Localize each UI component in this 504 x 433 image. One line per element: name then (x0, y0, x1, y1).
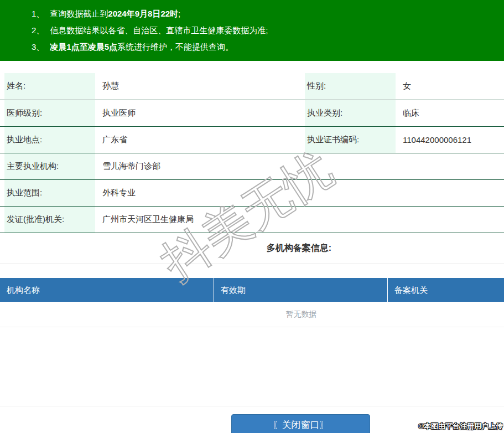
multi-institution-section-title: 多机构备案信息: (94, 233, 504, 264)
notice-text: 查询数据截止到 (50, 9, 108, 18)
table-row: 主要执业机构: 雪儿海蒂门诊部 (0, 153, 504, 179)
field-label: 姓名: (4, 73, 95, 99)
notice-number: 3、 (32, 42, 44, 51)
table-row: 执业地点: 广东省 执业证书编码: 110442000006121 (0, 126, 504, 153)
table-row: 发证(批准)机关: 广州市天河区卫生健康局 (0, 206, 504, 233)
section-divider (0, 264, 504, 264)
empty-data-text: 暂无数据 (98, 302, 504, 327)
notice-line: 1、查询数据截止到2024年9月8日22时; (0, 6, 504, 22)
main-institution-label-cell: 主要执业机构: (0, 153, 100, 179)
notice-text: 系统进行维护，不能提供查询。 (117, 42, 233, 51)
table-row: 医师级别: 执业医师 执业类别: 临床 (0, 100, 504, 126)
empty-data-row: 暂无数据 (0, 302, 504, 327)
notice-text: ; (178, 9, 180, 18)
field-label: 医师级别: (4, 100, 95, 126)
registration-table-header: 机构名称 有效期 备案机关 (0, 278, 504, 302)
field-label: 执业范围: (4, 180, 95, 206)
certificate-number-value: 110442000006121 (400, 126, 504, 153)
footer-divider (0, 406, 504, 406)
doctor-level-value: 执业医师 (100, 100, 300, 126)
column-header-institution-name: 机构名称 (0, 278, 214, 302)
practice-category-label-cell: 执业类别: (300, 100, 400, 126)
issuing-authority-value: 广州市天河区卫生健康局 (100, 206, 504, 233)
notice-text-bold: 凌晨1点至凌晨5点 (50, 42, 117, 51)
issuing-authority-label-cell: 发证(批准)机关: (0, 206, 100, 233)
name-label-cell: 姓名: (0, 73, 100, 100)
close-window-button[interactable]: 〖关闭窗口〗 (231, 414, 370, 433)
gender-value: 女 (400, 73, 504, 100)
notice-number: 2、 (32, 25, 44, 35)
field-label: 性别: (305, 73, 396, 99)
main-institution-value: 雪儿海蒂门诊部 (100, 153, 504, 179)
attribution-text: ©本图由平台注册用户上传 (418, 421, 503, 431)
notice-text: 信息数据结果以各省、自治区、直辖市卫生健康委数据为准; (50, 25, 268, 35)
table-row: 执业范围: 外科专业 (0, 179, 504, 206)
notice-line: 2、信息数据结果以各省、自治区、直辖市卫生健康委数据为准; (0, 22, 504, 39)
notice-number: 1、 (32, 9, 44, 18)
practice-location-label-cell: 执业地点: (0, 126, 100, 153)
practice-category-value: 临床 (400, 100, 504, 126)
notice-text-bold: 2024年9月8日22时 (108, 9, 178, 18)
practice-scope-label-cell: 执业范围: (0, 179, 100, 206)
name-value: 孙慧 (100, 73, 300, 100)
field-label: 执业证书编码: (305, 127, 396, 153)
gender-label-cell: 性别: (300, 73, 400, 100)
practice-scope-value: 外科专业 (100, 179, 504, 206)
column-header-registration-authority: 备案机关 (388, 278, 504, 302)
notice-banner: 1、查询数据截止到2024年9月8日22时; 2、信息数据结果以各省、自治区、直… (0, 0, 504, 61)
table-row: 姓名: 孙慧 性别: 女 (0, 73, 504, 100)
certificate-number-label-cell: 执业证书编码: (300, 126, 400, 153)
notice-line: 3、凌晨1点至凌晨5点系统进行维护，不能提供查询。 (0, 39, 504, 55)
doctor-level-label-cell: 医师级别: (0, 100, 100, 126)
field-label: 发证(批准)机关: (4, 207, 95, 233)
practitioner-info-table: 姓名: 孙慧 性别: 女 医师级别: 执业医师 执业类别: 临床 执业地点: 广… (0, 73, 504, 233)
field-label: 执业类别: (305, 100, 396, 126)
column-header-validity-period: 有效期 (214, 278, 388, 302)
field-label: 执业地点: (4, 127, 95, 153)
field-label: 主要执业机构: (4, 153, 95, 179)
practice-location-value: 广东省 (100, 126, 300, 153)
